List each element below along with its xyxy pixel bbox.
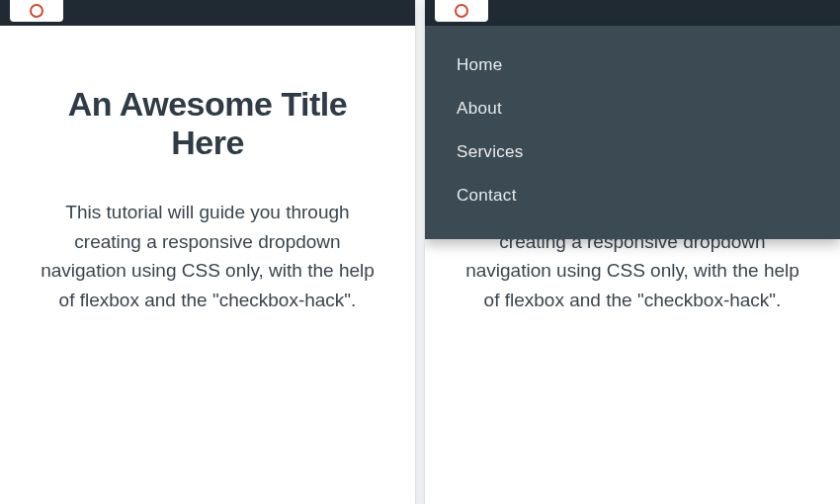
page-body: This tutorial will guide you through cre…	[36, 198, 379, 314]
preview-open: An Awesome Title Here This tutorial will…	[425, 0, 840, 504]
topbar	[425, 0, 840, 26]
logo-icon	[30, 4, 43, 18]
logo-badge[interactable]	[10, 0, 63, 22]
nav-dropdown: Home About Services Contact	[425, 26, 840, 239]
logo-icon	[455, 4, 468, 18]
nav-item-contact[interactable]: Contact	[425, 174, 840, 217]
topbar	[0, 0, 415, 26]
hero-content: An Awesome Title Here This tutorial will…	[0, 26, 415, 314]
logo-badge[interactable]	[435, 0, 488, 22]
nav-item-home[interactable]: Home	[425, 43, 840, 87]
nav-item-about[interactable]: About	[425, 87, 840, 130]
preview-closed: An Awesome Title Here This tutorial will…	[0, 0, 415, 504]
page-title: An Awesome Title Here	[36, 85, 379, 162]
nav-item-services[interactable]: Services	[425, 130, 840, 174]
